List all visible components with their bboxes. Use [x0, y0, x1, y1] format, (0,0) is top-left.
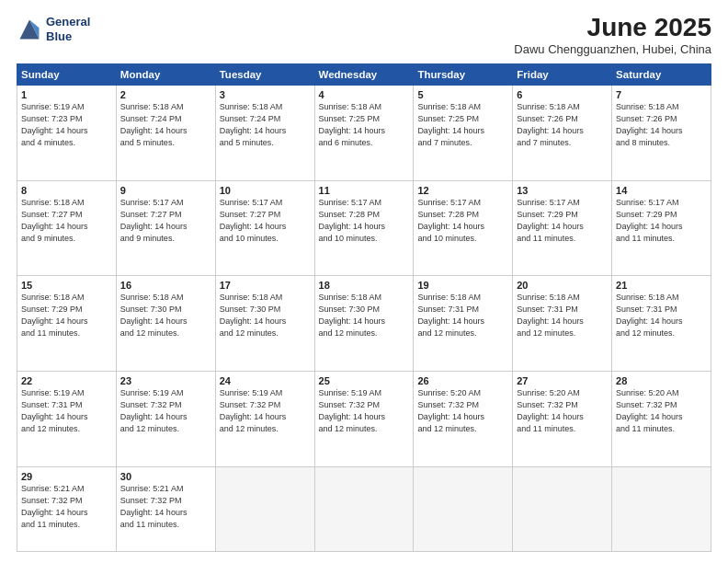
- calendar-header-saturday: Saturday: [612, 64, 711, 86]
- day-info: Sunrise: 5:20 AMSunset: 7:32 PMDaylight:…: [616, 387, 707, 435]
- day-number: 19: [417, 280, 508, 291]
- calendar-week-row: 29Sunrise: 5:21 AMSunset: 7:32 PMDayligh…: [17, 466, 711, 552]
- day-info: Sunrise: 5:18 AMSunset: 7:27 PMDaylight:…: [21, 197, 112, 245]
- day-number: 5: [417, 89, 508, 100]
- day-number: 12: [417, 185, 508, 196]
- calendar-cell: 9Sunrise: 5:17 AMSunset: 7:27 PMDaylight…: [116, 180, 215, 276]
- calendar-header-thursday: Thursday: [414, 64, 513, 86]
- calendar-cell: 13Sunrise: 5:17 AMSunset: 7:29 PMDayligh…: [513, 180, 612, 276]
- day-info: Sunrise: 5:18 AMSunset: 7:26 PMDaylight:…: [517, 101, 608, 149]
- calendar-cell: [612, 466, 711, 552]
- calendar-cell: 8Sunrise: 5:18 AMSunset: 7:27 PMDaylight…: [17, 180, 117, 276]
- day-number: 9: [120, 185, 211, 196]
- day-number: 3: [220, 89, 311, 100]
- calendar-cell: 27Sunrise: 5:20 AMSunset: 7:32 PMDayligh…: [513, 371, 612, 466]
- day-number: 29: [21, 471, 112, 482]
- header-right: June 2025 Dawu Chengguanzhen, Hubei, Chi…: [514, 15, 711, 56]
- day-number: 23: [120, 375, 211, 386]
- calendar-week-row: 22Sunrise: 5:19 AMSunset: 7:31 PMDayligh…: [17, 371, 711, 466]
- calendar-week-row: 8Sunrise: 5:18 AMSunset: 7:27 PMDaylight…: [17, 180, 711, 276]
- calendar-cell: 16Sunrise: 5:18 AMSunset: 7:30 PMDayligh…: [116, 276, 215, 372]
- day-number: 16: [120, 280, 211, 291]
- calendar-week-row: 15Sunrise: 5:18 AMSunset: 7:29 PMDayligh…: [17, 276, 711, 372]
- calendar-cell: 30Sunrise: 5:21 AMSunset: 7:32 PMDayligh…: [116, 466, 215, 552]
- day-number: 22: [21, 375, 112, 386]
- day-number: 27: [517, 375, 608, 386]
- calendar-week-row: 1Sunrise: 5:19 AMSunset: 7:23 PMDaylight…: [17, 86, 711, 181]
- day-info: Sunrise: 5:18 AMSunset: 7:24 PMDaylight:…: [220, 101, 311, 149]
- calendar-cell: [414, 466, 513, 552]
- day-info: Sunrise: 5:18 AMSunset: 7:31 PMDaylight:…: [616, 292, 707, 339]
- calendar-cell: 15Sunrise: 5:18 AMSunset: 7:29 PMDayligh…: [17, 276, 117, 372]
- calendar-cell: 25Sunrise: 5:19 AMSunset: 7:32 PMDayligh…: [314, 371, 414, 466]
- day-number: 18: [319, 280, 410, 291]
- day-number: 20: [517, 280, 608, 291]
- day-number: 1: [21, 89, 112, 100]
- day-number: 25: [319, 375, 410, 386]
- day-info: Sunrise: 5:18 AMSunset: 7:29 PMDaylight:…: [21, 292, 112, 339]
- day-info: Sunrise: 5:18 AMSunset: 7:24 PMDaylight:…: [120, 101, 211, 149]
- calendar-cell: 22Sunrise: 5:19 AMSunset: 7:31 PMDayligh…: [17, 371, 117, 466]
- page: General Blue June 2025 Dawu Chengguanzhe…: [0, 0, 728, 563]
- day-number: 6: [517, 89, 608, 100]
- calendar-cell: 28Sunrise: 5:20 AMSunset: 7:32 PMDayligh…: [612, 371, 711, 466]
- day-number: 24: [220, 375, 311, 386]
- calendar-cell: 24Sunrise: 5:19 AMSunset: 7:32 PMDayligh…: [215, 371, 314, 466]
- calendar-cell: 18Sunrise: 5:18 AMSunset: 7:30 PMDayligh…: [314, 276, 414, 372]
- calendar-cell: 11Sunrise: 5:17 AMSunset: 7:28 PMDayligh…: [314, 180, 414, 276]
- day-number: 7: [616, 89, 707, 100]
- calendar-header-monday: Monday: [116, 64, 215, 86]
- calendar-cell: 4Sunrise: 5:18 AMSunset: 7:25 PMDaylight…: [314, 86, 414, 181]
- logo-line1: General: [46, 15, 90, 29]
- day-number: 13: [517, 185, 608, 196]
- calendar-cell: 2Sunrise: 5:18 AMSunset: 7:24 PMDaylight…: [116, 86, 215, 181]
- day-number: 26: [417, 375, 508, 386]
- day-info: Sunrise: 5:20 AMSunset: 7:32 PMDaylight:…: [417, 387, 508, 435]
- calendar-table: SundayMondayTuesdayWednesdayThursdayFrid…: [17, 63, 711, 552]
- day-info: Sunrise: 5:20 AMSunset: 7:32 PMDaylight:…: [517, 387, 608, 435]
- day-info: Sunrise: 5:17 AMSunset: 7:27 PMDaylight:…: [220, 197, 311, 245]
- day-number: 14: [616, 185, 707, 196]
- calendar-cell: 29Sunrise: 5:21 AMSunset: 7:32 PMDayligh…: [17, 466, 117, 552]
- day-info: Sunrise: 5:19 AMSunset: 7:31 PMDaylight:…: [21, 387, 112, 435]
- day-number: 11: [319, 185, 410, 196]
- day-info: Sunrise: 5:18 AMSunset: 7:25 PMDaylight:…: [417, 101, 508, 149]
- calendar-cell: 21Sunrise: 5:18 AMSunset: 7:31 PMDayligh…: [612, 276, 711, 372]
- calendar-cell: 23Sunrise: 5:19 AMSunset: 7:32 PMDayligh…: [116, 371, 215, 466]
- day-info: Sunrise: 5:18 AMSunset: 7:30 PMDaylight:…: [120, 292, 211, 339]
- calendar-cell: 20Sunrise: 5:18 AMSunset: 7:31 PMDayligh…: [513, 276, 612, 372]
- location: Dawu Chengguanzhen, Hubei, China: [514, 42, 711, 56]
- calendar-cell: 6Sunrise: 5:18 AMSunset: 7:26 PMDaylight…: [513, 86, 612, 181]
- calendar-header-wednesday: Wednesday: [314, 64, 414, 86]
- day-info: Sunrise: 5:19 AMSunset: 7:32 PMDaylight:…: [120, 387, 211, 435]
- calendar-header-row: SundayMondayTuesdayWednesdayThursdayFrid…: [17, 64, 711, 86]
- logo-icon: [17, 17, 42, 42]
- calendar-cell: 12Sunrise: 5:17 AMSunset: 7:28 PMDayligh…: [414, 180, 513, 276]
- day-info: Sunrise: 5:21 AMSunset: 7:32 PMDaylight:…: [120, 483, 211, 531]
- day-number: 30: [120, 471, 211, 482]
- calendar-cell: [314, 466, 414, 552]
- calendar-cell: 5Sunrise: 5:18 AMSunset: 7:25 PMDaylight…: [414, 86, 513, 181]
- calendar-cell: 10Sunrise: 5:17 AMSunset: 7:27 PMDayligh…: [215, 180, 314, 276]
- day-info: Sunrise: 5:17 AMSunset: 7:28 PMDaylight:…: [417, 197, 508, 245]
- day-number: 17: [220, 280, 311, 291]
- day-info: Sunrise: 5:19 AMSunset: 7:32 PMDaylight:…: [319, 387, 410, 435]
- calendar-cell: 7Sunrise: 5:18 AMSunset: 7:26 PMDaylight…: [612, 86, 711, 181]
- day-number: 28: [616, 375, 707, 386]
- calendar-header-tuesday: Tuesday: [215, 64, 314, 86]
- day-info: Sunrise: 5:19 AMSunset: 7:32 PMDaylight:…: [220, 387, 311, 435]
- day-info: Sunrise: 5:18 AMSunset: 7:31 PMDaylight:…: [517, 292, 608, 339]
- calendar-cell: 14Sunrise: 5:17 AMSunset: 7:29 PMDayligh…: [612, 180, 711, 276]
- day-number: 10: [220, 185, 311, 196]
- calendar-cell: 26Sunrise: 5:20 AMSunset: 7:32 PMDayligh…: [414, 371, 513, 466]
- calendar-cell: 19Sunrise: 5:18 AMSunset: 7:31 PMDayligh…: [414, 276, 513, 372]
- day-info: Sunrise: 5:18 AMSunset: 7:31 PMDaylight:…: [417, 292, 508, 339]
- calendar-header-friday: Friday: [513, 64, 612, 86]
- day-info: Sunrise: 5:17 AMSunset: 7:28 PMDaylight:…: [319, 197, 410, 245]
- day-number: 8: [21, 185, 112, 196]
- day-info: Sunrise: 5:19 AMSunset: 7:23 PMDaylight:…: [21, 101, 112, 149]
- calendar-cell: 17Sunrise: 5:18 AMSunset: 7:30 PMDayligh…: [215, 276, 314, 372]
- day-info: Sunrise: 5:18 AMSunset: 7:26 PMDaylight:…: [616, 101, 707, 149]
- month-title: June 2025: [514, 15, 711, 40]
- day-info: Sunrise: 5:17 AMSunset: 7:29 PMDaylight:…: [616, 197, 707, 245]
